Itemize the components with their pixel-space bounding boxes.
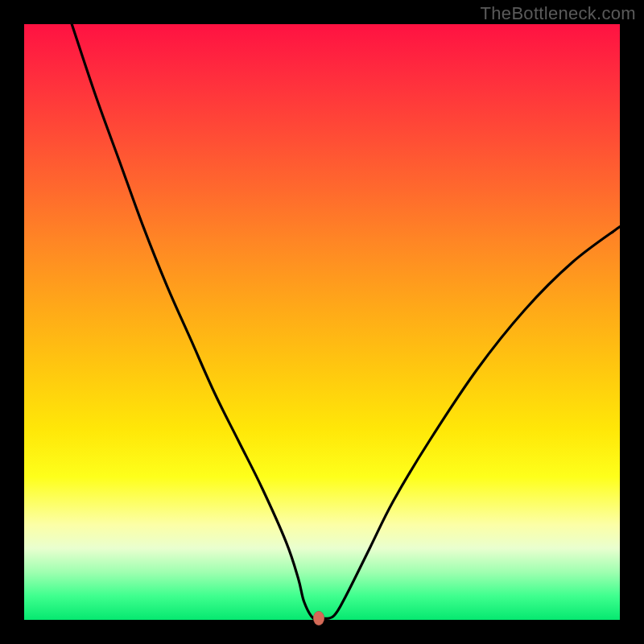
- curve-svg: [24, 24, 620, 620]
- watermark-text: TheBottleneck.com: [481, 3, 636, 24]
- optimum-marker: [313, 611, 324, 625]
- bottleneck-curve: [72, 24, 620, 620]
- plot-area: [24, 24, 620, 620]
- chart-frame: TheBottleneck.com: [0, 0, 644, 644]
